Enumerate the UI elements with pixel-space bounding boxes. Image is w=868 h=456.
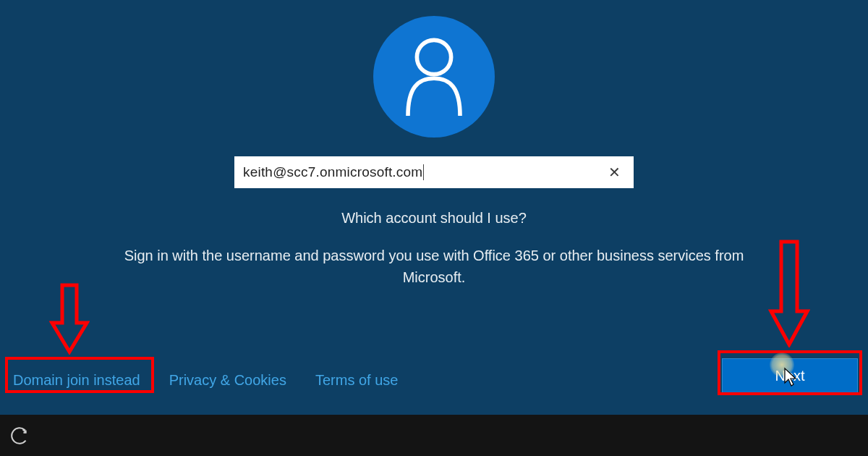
ease-of-access-icon[interactable] [10,426,29,445]
avatar-circle [373,16,495,138]
annotation-arrow-left-icon [49,282,90,355]
terms-of-use-link[interactable]: Terms of use [315,372,398,389]
user-icon [401,38,467,116]
taskbar [0,415,868,456]
oobe-signin-panel: keith@scc7.onmicrosoft.com ✕ Which accou… [0,0,868,415]
svg-point-1 [10,426,29,445]
which-account-prompt: Which account should I use? [0,210,868,227]
email-input-container[interactable]: keith@scc7.onmicrosoft.com ✕ [234,156,634,188]
annotation-box-domain-join [5,357,154,393]
mouse-cursor-icon [783,367,799,387]
privacy-cookies-link[interactable]: Privacy & Cookies [169,372,286,389]
email-input[interactable]: keith@scc7.onmicrosoft.com [243,164,424,180]
instruction-text: Sign in with the username and password y… [116,245,752,288]
clear-input-icon[interactable]: ✕ [604,162,625,182]
annotation-arrow-right-icon [767,239,810,347]
svg-point-0 [417,40,451,74]
